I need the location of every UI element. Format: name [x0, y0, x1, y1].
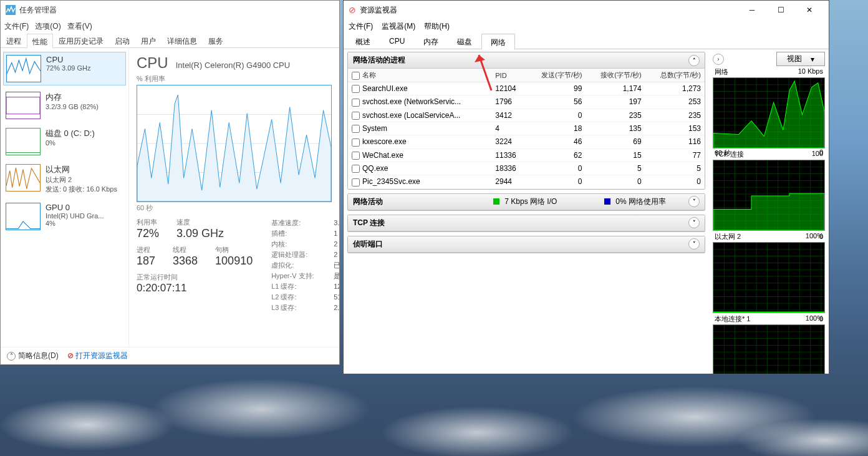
tcp-connections-panel: TCP 连接 ˅ [347, 215, 705, 232]
tm-tab-6[interactable]: 服务 [203, 33, 229, 47]
tm-title: 任务管理器 [19, 5, 57, 16]
tm-titlebar[interactable]: 任务管理器 [1, 1, 339, 19]
col-header[interactable]: 发送(字节/秒) [526, 69, 586, 82]
rm-tabs: 概述CPU内存磁盘网络 [344, 33, 829, 49]
table-row[interactable]: Pic_2345Svc.exe2944000 [348, 175, 705, 188]
use-label: 0% 网络使用率 [615, 196, 666, 207]
listening-ports-panel: 侦听端口 ˅ [347, 236, 705, 253]
cpu-big-chart [137, 85, 332, 202]
mini-chart-1: TCP 连接1000 [713, 160, 825, 231]
col-header[interactable]: 接收(字节/秒) [586, 69, 645, 82]
mini-chart-2: 以太网 2100%0 [713, 242, 825, 313]
sidebar-item-GPU 0[interactable]: GPU 0Intel(R) UHD Gra...4% [3, 200, 126, 233]
chevron-up-icon: ˄ [7, 352, 16, 361]
panel-header[interactable]: 侦听端口 ˅ [348, 236, 705, 253]
table-row[interactable]: System418135153 [348, 122, 705, 135]
table-row[interactable]: QQ.exe18336055 [348, 162, 705, 175]
rm-right-panel: › 视图▾ 网络10 Kbps60 秒0TCP 连接1000以太网 2100%0… [709, 49, 829, 374]
rm-tab-磁盘[interactable]: 磁盘 [448, 33, 481, 49]
stat-util-label: 利用率 [137, 218, 159, 227]
tm-footer: ˄简略信息(D) ⊘打开资源监视器 [1, 347, 339, 364]
tm-tab-5[interactable]: 详细信息 [162, 33, 203, 47]
sidebar-item-内存[interactable]: 内存3.2/3.9 GB (82%) [3, 89, 126, 122]
rm-menubar: 文件(F) 监视器(M) 帮助(H) [344, 19, 829, 33]
rm-menu-monitor[interactable]: 监视器(M) [382, 21, 415, 32]
rm-tab-内存[interactable]: 内存 [414, 33, 448, 49]
chevron-right-icon[interactable]: › [713, 54, 724, 65]
fewer-details-button[interactable]: ˄简略信息(D) [7, 351, 59, 361]
row-checkbox[interactable] [352, 152, 360, 160]
chevron-down-icon[interactable]: ˅ [688, 217, 700, 228]
panel-header[interactable]: TCP 连接 ˅ [348, 215, 705, 231]
chevron-down-icon[interactable]: ˅ [688, 196, 700, 207]
stat-speed-label: 速度 [176, 218, 224, 227]
process-table: 名称PID发送(字节/秒)接收(字节/秒)总数(字节/秒) SearchUI.e… [348, 69, 705, 189]
chevron-down-icon[interactable]: ˅ [688, 238, 700, 250]
tm-menubar: 文件(F) 选项(O) 查看(V) [1, 19, 339, 33]
io-label: 7 Kbps 网络 I/O [504, 196, 557, 207]
rm-title: 资源监视器 [360, 5, 397, 16]
select-all-checkbox[interactable] [352, 72, 360, 80]
task-manager-icon [6, 5, 16, 15]
cpu-chart-xaxis: 60 秒 [137, 203, 332, 213]
stat-handle-label: 句柄 [215, 245, 253, 255]
resource-monitor-icon: ⊘ [349, 5, 356, 15]
cpu-name: Intel(R) Celeron(R) G4900 CPU [176, 61, 291, 70]
sidebar-item-CPU[interactable]: CPU72% 3.09 GHz [3, 52, 126, 85]
mini-chart-3: 本地连接* 1100% [713, 324, 825, 374]
cpu-heading: CPU [137, 54, 168, 72]
table-row[interactable]: svchost.exe (LocalServiceA...34120235235 [348, 109, 705, 122]
panel-header[interactable]: 网络活动 7 Kbps 网络 I/O 0% 网络使用率 ˅ [348, 194, 705, 210]
tm-tab-3[interactable]: 启动 [109, 33, 135, 47]
row-checkbox[interactable] [352, 165, 360, 173]
stat-proc-label: 进程 [137, 245, 155, 255]
network-processes-panel: 网络活动的进程 ˄ 名称PID发送(字节/秒)接收(字节/秒)总数(字节/秒) … [347, 52, 705, 190]
tm-tab-1[interactable]: 性能 [27, 34, 53, 48]
row-checkbox[interactable] [352, 138, 360, 147]
tm-sidebar: CPU72% 3.09 GHz内存3.2/3.9 GB (82%)磁盘 0 (C… [1, 48, 129, 347]
rm-tab-CPU[interactable]: CPU [380, 33, 414, 49]
tm-tab-2[interactable]: 应用历史记录 [53, 33, 109, 47]
rm-menu-help[interactable]: 帮助(H) [424, 21, 450, 32]
row-checkbox[interactable] [352, 112, 360, 120]
panel-title: 网络活动的进程 [353, 55, 405, 65]
tm-main: CPU Intel(R) Celeron(R) G4900 CPU % 利用率 … [129, 48, 339, 347]
stat-speed-value: 3.09 GHz [176, 227, 224, 240]
legend-green-icon [493, 198, 499, 205]
tm-menu-file[interactable]: 文件(F) [4, 21, 29, 32]
table-row[interactable]: WeChat.exe11336621577 [348, 148, 705, 162]
tm-menu-view[interactable]: 查看(V) [67, 21, 92, 32]
row-checkbox[interactable] [352, 99, 360, 107]
maximize-button[interactable]: ☐ [766, 1, 795, 19]
close-button[interactable]: ✕ [795, 1, 824, 19]
panel-title: 侦听端口 [353, 239, 383, 250]
sidebar-item-以太网[interactable]: 以太网以太网 2发送: 0 接收: 16.0 Kbps [3, 162, 126, 196]
stat-thread-label: 线程 [173, 245, 198, 255]
runtime-label: 正常运行时间 [137, 273, 253, 282]
row-checkbox[interactable] [352, 178, 360, 187]
minimize-button[interactable]: ─ [738, 1, 766, 19]
sidebar-item-磁盘 0 (C: D:)[interactable]: 磁盘 0 (C: D:)0% [3, 125, 126, 158]
rm-tab-概述[interactable]: 概述 [346, 33, 380, 49]
col-header[interactable]: PID [491, 69, 526, 82]
tm-tab-0[interactable]: 进程 [1, 33, 27, 47]
panel-header[interactable]: 网络活动的进程 ˄ [348, 52, 705, 69]
table-row[interactable]: svchost.exe (NetworkServic...17965619725… [348, 95, 705, 109]
forbidden-icon: ⊘ [67, 351, 74, 360]
table-row[interactable]: kxescore.exe32244669116 [348, 135, 705, 148]
open-resource-monitor-link[interactable]: ⊘打开资源监视器 [67, 351, 128, 361]
chevron-up-icon[interactable]: ˄ [688, 55, 700, 66]
stat-thread-value: 3368 [173, 255, 198, 268]
col-header[interactable]: 名称 [348, 69, 491, 82]
table-row[interactable]: SearchUI.exe12104991,1741,273 [348, 82, 705, 95]
rm-menu-file[interactable]: 文件(F) [349, 21, 373, 32]
col-header[interactable]: 总数(字节/秒) [645, 69, 705, 82]
tm-tabs: 进程性能应用历史记录启动用户详细信息服务 [1, 33, 339, 48]
tm-menu-options[interactable]: 选项(O) [35, 21, 60, 32]
tm-tab-4[interactable]: 用户 [135, 33, 162, 47]
view-button[interactable]: 视图▾ [776, 52, 825, 66]
rm-titlebar[interactable]: ⊘ 资源监视器 ─ ☐ ✕ [344, 1, 829, 19]
rm-tab-网络[interactable]: 网络 [481, 34, 515, 49]
row-checkbox[interactable] [352, 85, 360, 93]
row-checkbox[interactable] [352, 125, 360, 133]
